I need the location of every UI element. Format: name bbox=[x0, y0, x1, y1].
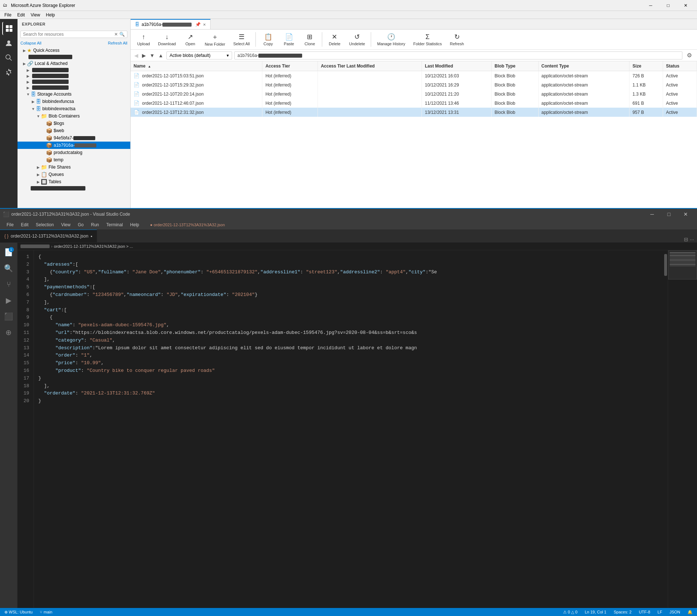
status-errors[interactable]: ⚠ 0 △ 0 bbox=[562, 610, 579, 615]
status-feedback[interactable]: 🔔 bbox=[686, 610, 694, 615]
table-row[interactable]: 📄 order2021-12-10T15:29:32.json Hot (inf… bbox=[131, 80, 697, 89]
col-status[interactable]: Status bbox=[663, 61, 697, 71]
vscode-menu-file[interactable]: File bbox=[3, 221, 17, 228]
vscode-menu-terminal[interactable]: Terminal bbox=[103, 221, 126, 228]
activity-explorer[interactable] bbox=[2, 22, 15, 35]
col-access-tier[interactable]: Access Tier bbox=[262, 61, 318, 71]
col-size[interactable]: Size bbox=[629, 61, 663, 71]
status-encoding[interactable]: UTF-8 bbox=[638, 610, 652, 614]
vscode-remote-icon[interactable]: ⊕ bbox=[2, 326, 15, 339]
status-spaces[interactable]: Spaces: 2 bbox=[612, 610, 633, 614]
copy-button[interactable]: 📋 Copy bbox=[258, 31, 278, 47]
activity-settings[interactable] bbox=[2, 66, 15, 79]
tree-item-redacted5[interactable]: ▶ bbox=[18, 85, 130, 91]
folder-statistics-button[interactable]: Σ Folder Statistics bbox=[410, 32, 446, 47]
menu-view[interactable]: View bbox=[28, 12, 43, 18]
blob-filter-dropdown[interactable]: Active blobs (default) ▾ bbox=[166, 51, 232, 59]
tab-close-button[interactable]: ✕ bbox=[203, 23, 206, 27]
tree-item-temp[interactable]: ▶ 📦 temp bbox=[18, 156, 130, 163]
vscode-maximize-button[interactable]: □ bbox=[661, 209, 677, 220]
maximize-button[interactable]: □ bbox=[660, 0, 677, 11]
tree-item-local-attached[interactable]: ▶ 🔗 Local & Attached bbox=[18, 60, 130, 67]
paste-button[interactable]: 📄 Paste bbox=[279, 31, 299, 47]
code-content[interactable]: { "adresses":[ {"country": "US","fullnam… bbox=[34, 250, 663, 608]
table-row[interactable]: 📄 order2021-12-13T12:31:32.json Hot (inf… bbox=[131, 108, 697, 117]
activity-search[interactable] bbox=[2, 51, 15, 64]
table-row[interactable]: 📄 order2021-12-10T15:03:51.json Hot (inf… bbox=[131, 71, 697, 81]
tree-item-blobindexfuncsa[interactable]: ▶ 🗄 blobindexfuncsa bbox=[18, 98, 130, 105]
tree-item-a1b7[interactable]: ▶ 📦 a1b7916a- bbox=[18, 142, 130, 149]
tree-item-94e5[interactable]: ▶ 📦 94e5bfa7- bbox=[18, 134, 130, 142]
tree-item-bottom-redacted[interactable] bbox=[18, 185, 130, 191]
vscode-menu-view[interactable]: View bbox=[57, 221, 74, 228]
tree-item-quick-access[interactable]: ▶ ★ Quick Access bbox=[18, 47, 130, 54]
open-button[interactable]: ↗ Open bbox=[180, 31, 200, 47]
search-input[interactable] bbox=[23, 32, 113, 37]
tree-item-storage-accounts[interactable]: ▼ 🗄 Storage Accounts bbox=[18, 91, 130, 98]
nav-back-button[interactable]: ◀ bbox=[134, 52, 139, 59]
new-folder-button[interactable]: ＋ New Folder bbox=[201, 31, 229, 48]
vscode-git-icon[interactable]: ⑂ bbox=[2, 278, 15, 291]
tree-item-productcatalog[interactable]: ▶ 📦 productcatalog bbox=[18, 149, 130, 156]
tree-item-tables[interactable]: ▶ 🔲 Tables bbox=[18, 178, 130, 185]
nav-down-button[interactable]: ▼ bbox=[149, 52, 155, 59]
status-eol[interactable]: LF bbox=[656, 610, 664, 614]
status-branch[interactable]: ⑂ main bbox=[38, 610, 54, 614]
col-access-tier-modified[interactable]: Access Tier Last Modified bbox=[318, 61, 422, 71]
vscode-menu-edit[interactable]: Edit bbox=[17, 221, 32, 228]
table-row[interactable]: 📄 order2021-12-10T20:20:14.json Hot (inf… bbox=[131, 89, 697, 99]
vscode-layout-icon[interactable]: ⊟ bbox=[684, 236, 688, 242]
close-button[interactable]: ✕ bbox=[677, 0, 694, 11]
tree-item-redacted2[interactable]: ▶ bbox=[18, 67, 130, 73]
menu-file[interactable]: File bbox=[1, 12, 14, 18]
vscode-search-icon[interactable]: 🔍 bbox=[2, 262, 15, 275]
undelete-button[interactable]: ↺ Undelete bbox=[345, 31, 369, 47]
tree-item-web[interactable]: ▶ 📦 $web bbox=[18, 127, 130, 134]
vscode-menu-selection[interactable]: Selection bbox=[32, 221, 57, 228]
menu-edit[interactable]: Edit bbox=[14, 12, 28, 18]
col-blob-type[interactable]: Blob Type bbox=[492, 61, 538, 71]
download-button[interactable]: ↓ Download bbox=[154, 32, 180, 47]
select-all-button[interactable]: ☰ Select All bbox=[230, 31, 253, 47]
vscode-menu-help[interactable]: Help bbox=[127, 221, 143, 228]
tree-item-file-shares[interactable]: ▶ 📁 File Shares bbox=[18, 163, 130, 171]
tab-pin-icon[interactable]: 📌 bbox=[195, 22, 201, 27]
tree-item-blob-containers[interactable]: ▼ 📁 Blob Containers bbox=[18, 112, 130, 120]
vscode-menu-go[interactable]: Go bbox=[74, 221, 87, 228]
tree-item-redacted4[interactable]: ▶ bbox=[18, 79, 130, 85]
minimize-button[interactable]: ─ bbox=[642, 0, 659, 11]
clone-button[interactable]: ⊞ Clone bbox=[300, 31, 320, 47]
nav-forward-button[interactable]: ▶ bbox=[141, 52, 147, 59]
menu-help[interactable]: Help bbox=[43, 12, 58, 18]
vscode-minimize-button[interactable]: ─ bbox=[644, 209, 661, 220]
search-clear-icon[interactable]: ✕ bbox=[114, 32, 118, 37]
refresh-button[interactable]: ↻ Refresh bbox=[446, 31, 468, 47]
vscode-scrollbar[interactable] bbox=[663, 250, 668, 608]
tree-item-redacted1[interactable] bbox=[18, 54, 130, 60]
vscode-more-icon[interactable]: ··· bbox=[690, 236, 694, 242]
active-tab[interactable]: 🗄 a1b7916a- 📌 ✕ bbox=[131, 19, 211, 29]
nav-up-button[interactable]: ▲ bbox=[158, 52, 164, 59]
tree-item-blobindexreactsa[interactable]: ▼ 🗄 blobindexreactsa bbox=[18, 105, 130, 112]
filter-settings-icon[interactable]: ⚙ bbox=[685, 51, 694, 59]
table-row[interactable]: 📄 order2021-12-11T12:46:07.json Hot (inf… bbox=[131, 99, 697, 108]
col-name[interactable]: Name ▲ bbox=[131, 61, 262, 71]
collapse-all-link[interactable]: Collapse All bbox=[20, 41, 41, 45]
breadcrumb-file[interactable]: order2021-12-13T12%3A31%3A32.json > ... bbox=[54, 244, 133, 249]
search-icon[interactable]: 🔍 bbox=[119, 32, 125, 37]
activity-account[interactable] bbox=[2, 36, 15, 50]
tree-item-redacted3[interactable]: ▶ bbox=[18, 73, 130, 79]
status-language[interactable]: JSON bbox=[668, 610, 682, 614]
vscode-menu-run[interactable]: Run bbox=[87, 221, 103, 228]
tree-item-queues[interactable]: ▶ 📋 Queues bbox=[18, 171, 130, 178]
tree-item-logs[interactable]: ▶ 📦 $logs bbox=[18, 120, 130, 127]
vscode-debug-icon[interactable]: ▶ bbox=[2, 294, 15, 307]
col-last-modified[interactable]: Last Modified bbox=[422, 61, 492, 71]
refresh-all-link[interactable]: Refresh All bbox=[108, 41, 127, 45]
upload-button[interactable]: ↑ Upload bbox=[134, 32, 154, 47]
delete-button[interactable]: ✕ Delete bbox=[324, 31, 344, 47]
vscode-active-tab[interactable]: { } order2021-12-13T12%3A31%3A32.json ● bbox=[0, 230, 97, 242]
manage-history-button[interactable]: 🕐 Manage History bbox=[373, 31, 409, 47]
vscode-files-icon[interactable]: 📄 1 bbox=[2, 246, 15, 259]
status-remote[interactable]: ⊕ WSL: Ubuntu bbox=[3, 610, 34, 615]
